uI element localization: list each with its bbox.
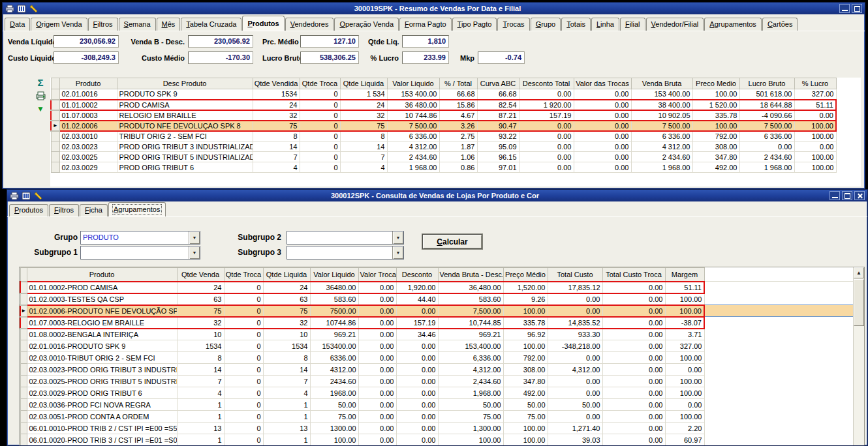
titlebar[interactable]: 300012SPK - Consulta de Vendas de Lojas … [7,190,867,201]
cell[interactable]: 153400.00 [310,340,358,352]
cell[interactable]: 0 [224,329,263,340]
cell[interactable]: 100.00 [503,305,548,317]
cell[interactable]: 93.22 [477,131,519,141]
cell[interactable]: 0.00 [358,329,396,340]
print-icon[interactable] [5,5,14,13]
column-header-margem[interactable]: Margem [665,268,704,282]
cell[interactable]: 0.00 [602,340,665,352]
cell[interactable]: 100.00 [310,434,358,446]
cell[interactable]: 2 434.60 [631,152,692,162]
cell[interactable]: 51.11 [794,100,836,110]
cell[interactable]: 4 312.00 [631,141,692,152]
cell[interactable]: 0.00 [574,89,631,100]
tab-agrupamentos[interactable]: Agrupamentos [108,202,166,216]
column-header-venda-bruta[interactable]: Venda Bruta [631,78,692,89]
table-row[interactable]: 02.03.0023PROD ORIG TRIBUT 3 INDUSTRIALI… [51,141,836,152]
table-row[interactable]: 02.03.0010-TRIBUT ORIG 2 - SEM FCI808633… [20,352,855,364]
column-header-valor-liquido[interactable]: Valor Liquido [387,78,439,89]
cell[interactable]: 157.19 [519,110,574,121]
cell[interactable]: 06.01.0020-PROD TRIB 3 / CST IPI =E01 =S… [27,434,177,446]
row-selector[interactable] [51,110,59,121]
table-row[interactable]: 02.03.0029PROD ORIG TRIBUT 64041 968.000… [51,162,836,173]
wrench-icon[interactable] [33,192,42,200]
column-header-qtde-liquida[interactable]: Qtde Liquida [263,268,310,282]
row-selector[interactable] [51,131,59,141]
cell[interactable]: 0.00 [665,399,704,411]
minimize-button[interactable] [829,191,840,200]
cell[interactable]: 0.00 [548,293,602,305]
cell[interactable]: 1,300.00 [438,423,503,434]
venda-l-quida-field[interactable]: 230,056.92 [54,35,119,48]
tab-agrupamentos[interactable]: Agrupamentos [704,18,762,31]
cell[interactable]: 01.07.0003 [59,110,117,121]
cell[interactable]: 308.00 [692,141,739,152]
cell[interactable]: 6 336.00 [739,131,794,141]
cell[interactable]: 1 [263,399,310,411]
minimize-button[interactable] [839,4,850,13]
cell[interactable]: 0 [224,434,263,446]
cell[interactable]: 100.00 [503,340,548,352]
cell[interactable]: 75.00 [310,411,358,423]
row-selector[interactable] [20,364,27,376]
cell[interactable]: RELOGIO EM BRAILLE [117,110,253,121]
cell[interactable]: 0.00 [794,141,836,152]
cell[interactable]: 1 [177,399,224,411]
cell[interactable]: 1 520.00 [692,100,739,110]
lucro-field[interactable]: 233.99 [402,52,449,64]
cell[interactable]: 4 [253,162,300,173]
cell[interactable]: 308.00 [503,364,548,376]
cell[interactable]: 8 [177,352,224,364]
cell[interactable]: 0.00 [574,162,631,173]
row-selector[interactable]: ► [51,121,59,131]
cell[interactable]: 8 [263,352,310,364]
cell[interactable]: 36,480.00 [438,282,503,293]
cell[interactable]: 0.00 [358,282,396,293]
maximize-button[interactable] [842,191,852,200]
tab-semana[interactable]: Semana [119,18,156,31]
row-selector[interactable] [20,282,27,293]
cell[interactable]: 0.00 [602,423,665,434]
cell[interactable]: 0.00 [739,141,794,152]
row-selector[interactable] [20,387,27,399]
column-header-valor-liquido[interactable]: Valor Liquido [310,268,358,282]
cell[interactable]: 63 [263,293,310,305]
cell[interactable]: 0.00 [519,89,574,100]
cell[interactable]: 7,500.00 [438,305,503,317]
cell[interactable]: 1 [263,434,310,446]
cell[interactable]: 100.00 [665,411,704,423]
cell[interactable]: -38.07 [665,317,704,329]
cell[interactable]: 0 [300,162,340,173]
scrollbar-thumb[interactable] [854,279,864,326]
cell[interactable]: 0 [224,317,263,329]
row-selector[interactable] [20,317,27,329]
cell[interactable]: PRODUTO SPK 9 [117,89,253,100]
cell[interactable]: 01.02.0003-TESTES QA CSP [27,293,177,305]
scroll-up-icon[interactable]: ▲ [854,267,864,278]
column-header-qtde-troca[interactable]: Qtde Troca [300,78,340,89]
cell[interactable]: 0.00 [358,317,396,329]
cell[interactable]: 792.00 [503,352,548,364]
cell[interactable]: 1534 [253,89,300,100]
table-row[interactable]: 02.03.0029-PROD ORIG TRIBUT 64041968.000… [20,387,855,399]
cell[interactable]: 0 [224,399,263,411]
cell[interactable]: 3.26 [439,121,477,131]
cell[interactable]: 24 [177,282,224,293]
cell[interactable]: 7 500.00 [387,121,439,131]
table-row[interactable]: 01.02.0003-TESTES QA CSP63063583.600.004… [20,293,855,305]
column-header-lucro-bruto[interactable]: Lucro Bruto [739,78,794,89]
column-header-total[interactable]: % / Total [439,78,477,89]
cell[interactable]: 0.00 [602,376,665,387]
cell[interactable]: TRIBUT ORIG 2 - SEM FCI [117,131,253,141]
cell[interactable]: 0.00 [574,100,631,110]
tab-m-s[interactable]: Mês [157,18,181,31]
custo-m-dio-field[interactable]: -170.30 [188,52,253,64]
row-selector[interactable] [51,141,59,152]
cell[interactable]: 75.00 [503,411,548,423]
cell[interactable]: 100.00 [692,89,739,100]
cell[interactable]: 7 [253,152,300,162]
cell[interactable]: 02.03.0029-PROD ORIG TRIBUT 6 [27,387,177,399]
cell[interactable]: 0.00 [548,305,602,317]
column-header-valor-troca[interactable]: Valor Troca [358,268,396,282]
table-row[interactable]: ►01.02.0006-PRODUTO NFE DEVOLUÇÃO SPK 87… [20,305,855,317]
cell[interactable]: 100.00 [503,423,548,434]
